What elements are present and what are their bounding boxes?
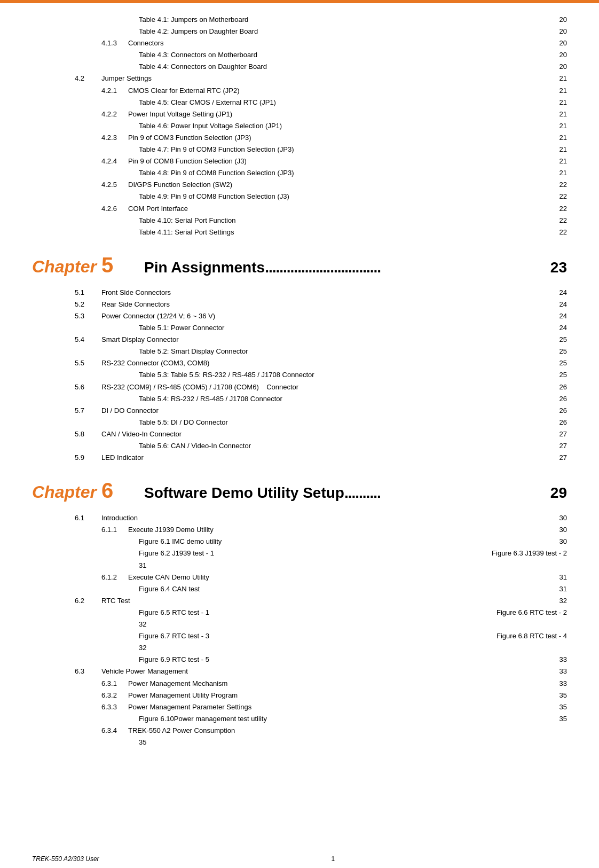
toc-page: 33 (554, 678, 567, 690)
toc-text: Pin 9 of COM8 Function Selection (J3) (128, 155, 341, 167)
toc-label-num: 6.1 (75, 512, 101, 524)
toc-page: 26 (554, 405, 567, 417)
toc-page: 30 (554, 524, 567, 536)
toc-page: 24 (554, 310, 567, 322)
toc-text: Table 5.2: Smart Display Connector (139, 346, 346, 357)
toc-page: 22 (554, 191, 567, 202)
toc-label-num: 5.9 (75, 452, 101, 464)
toc-text: LED Indicator (101, 452, 328, 464)
toc-page: 20 (554, 14, 567, 26)
toc-page: 22 (554, 215, 567, 226)
fig62-page: 31 (139, 560, 246, 572)
toc-label-num: 4.2.6 (101, 203, 128, 215)
toc-page: 21 (554, 120, 567, 132)
toc-row: Table 4.5: Clear CMOS / External RTC (JP… (32, 97, 567, 108)
toc-row: Table 4.4: Connectors on Daughter Board … (32, 61, 567, 73)
chapter5-heading: Chapter 5 Pin Assignments...............… (32, 253, 567, 277)
toc-label-num: 4.1.3 (101, 37, 128, 49)
toc-row: 4.2.3 Pin 9 of COM3 Function Selection (… (32, 132, 567, 144)
toc-text: TREK-550 A2 Power Consumption (128, 725, 341, 737)
chapter6-title: Software Demo Utility Setup.......... (144, 484, 381, 502)
toc-page: 33 (554, 666, 567, 677)
footer-page-number: 1 (331, 855, 335, 863)
toc-text: DI / DO Connector (101, 405, 328, 417)
toc-text: Table 4.3: Connectors on Motherboard (139, 49, 346, 61)
toc-row: Figure 6.4 CAN test 31 (32, 583, 567, 595)
toc-label-num: 4.2.3 (101, 132, 128, 144)
toc-row: Figure 6.10Power management test utility… (32, 713, 567, 725)
toc-text: RS-232 Connector (COM3, COM8) (101, 357, 328, 369)
toc-page: 21 (554, 97, 567, 108)
chapter5-word: Chapter (32, 257, 101, 277)
toc-label-num: 5.4 (75, 334, 101, 346)
toc-text: DI/GPS Function Selection (SW2) (128, 179, 341, 191)
toc-row: 4.2.4 Pin 9 of COM8 Function Selection (… (32, 155, 567, 167)
toc-text: Table 4.1: Jumpers on Motherboard (139, 14, 346, 26)
toc-row: 4.2.2 Power Input Voltage Setting (JP1) … (32, 108, 567, 120)
toc-text: Table 4.7: Pin 9 of COM3 Function Select… (139, 144, 346, 155)
toc-text: Vehicle Power Management (101, 666, 328, 677)
toc-page: 25 (554, 357, 567, 369)
toc-page: 27 (554, 440, 567, 452)
toc-label-num: 6.2 (75, 595, 101, 607)
toc-page: 22 (554, 226, 567, 238)
fig65-page: 32 (139, 619, 224, 630)
toc-row: 4.2.6 COM Port Interface 22 (32, 203, 567, 215)
toc-row: 5.3 Power Connector (12/24 V; 6 ~ 36 V) … (32, 310, 567, 322)
toc-page: 31 (554, 583, 567, 595)
toc-row: 6.1 Introduction 30 (32, 512, 567, 524)
toc-label-num: 6.3 (75, 666, 101, 677)
toc-label-num: 6.1.2 (101, 572, 128, 583)
toc-page: 35 (554, 701, 567, 713)
toc-page: 24 (554, 322, 567, 334)
toc-label-num: 5.8 (75, 428, 101, 440)
toc-label-num: 5.6 (75, 381, 101, 393)
chapter5-entries: 5.1 Front Side Connectors 24 5.2 Rear Si… (32, 287, 567, 464)
toc-row: Table 4.6: Power Input Voltage Selection… (32, 120, 567, 132)
toc-row: 6.2 RTC Test 32 (32, 595, 567, 607)
toc-page: 26 (554, 381, 567, 393)
toc-row: Table 4.7: Pin 9 of COM3 Function Select… (32, 144, 567, 155)
toc-page: 24 (554, 287, 567, 299)
toc-page: 21 (554, 167, 567, 179)
toc-row: Table 5.5: DI / DO Connector 26 (32, 417, 567, 428)
fig67-page: 32 (139, 642, 224, 654)
toc-text: Table 5.3: Table 5.5: RS-232 / RS-485 / … (139, 369, 346, 381)
toc-row: Table 4.3: Connectors on Motherboard 20 (32, 49, 567, 61)
toc-text: Table 4.8: Pin 9 of COM8 Function Select… (139, 167, 346, 179)
toc-text: RS-232 (COM9) / RS-485 (COM5) / J1708 (C… (101, 381, 328, 393)
toc-row: Table 4.9: Pin 9 of COM8 Function Select… (32, 191, 567, 202)
chapter5-number: 5 (101, 253, 133, 277)
toc-row: Table 5.1: Power Connector 24 (32, 322, 567, 334)
toc-text: COM Port Interface (128, 203, 341, 215)
toc-text: Jumper Settings (101, 73, 328, 84)
toc-text: Figure 6.1 IMC demo utility (139, 536, 346, 548)
toc-row: 35 (32, 737, 567, 748)
toc-row: 5.8 CAN / Video-In Connector 27 (32, 428, 567, 440)
toc-page: 21 (554, 108, 567, 120)
chapter5-title: Pin Assignments.........................… (144, 259, 381, 276)
toc-page: 22 (554, 179, 567, 191)
toc-label-num: 4.2.2 (101, 108, 128, 120)
toc-text: CMOS Clear for External RTC (JP2) (128, 85, 341, 97)
toc-text: Front Side Connectors (101, 287, 328, 299)
toc-page: 30 (554, 512, 567, 524)
toc-row-pair: Figure 6.7 RTC test - 3 Figure 6.8 RTC t… (32, 630, 567, 654)
toc-text: Power Management Utility Program (128, 690, 341, 701)
toc-text: RTC Test (101, 595, 328, 607)
toc-page: 27 (554, 428, 567, 440)
toc-page: 35 (554, 713, 567, 725)
toc-text: Table 5.4: RS-232 / RS-485 / J1708 Conne… (139, 393, 346, 405)
fig66-text: Figure 6.6 RTC test - 2 (496, 607, 567, 619)
toc-page: 20 (554, 49, 567, 61)
toc-row: Table 5.4: RS-232 / RS-485 / J1708 Conne… (32, 393, 567, 405)
toc-row: Table 4.2: Jumpers on Daughter Board 20 (32, 26, 567, 37)
toc-row: 6.3.4 TREK-550 A2 Power Consumption (32, 725, 567, 737)
toc-label-num: 6.3.4 (101, 725, 128, 737)
toc-text: Table 5.1: Power Connector (139, 322, 346, 334)
toc-row: Table 4.1: Jumpers on Motherboard 20 (32, 14, 567, 26)
toc-text: Power Connector (12/24 V; 6 ~ 36 V) (101, 310, 328, 322)
toc-label-num: 6.3.2 (101, 690, 128, 701)
toc-page: 20 (554, 37, 567, 49)
toc-label-num: 5.5 (75, 357, 101, 369)
